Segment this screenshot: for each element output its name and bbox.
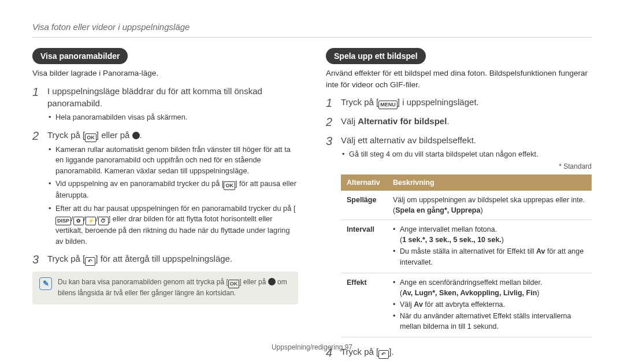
step-text: Välj ett alternativ av bildspelseffekt.	[341, 134, 592, 147]
step-3: 3 Tryck på [↶] för att återgå till uppsp…	[32, 252, 298, 266]
right-column: Spela upp ett bildspel Använd effekter f…	[326, 48, 592, 364]
options-table: AlternativBeskrivning Spelläge Välj om u…	[341, 174, 592, 338]
intro-left: Visa bilder lagrade i Panorama-läge.	[32, 68, 298, 79]
note-text: Du kan bara visa panoramabilden genom at…	[58, 277, 291, 298]
bullet: Gå till steg 4 om du vill starta bildspe…	[341, 149, 592, 160]
bullet: Hela panoramabilden visas på skärmen.	[47, 112, 298, 123]
step-3: 3 Välj ett alternativ av bildspelseffekt…	[326, 134, 592, 337]
step-number: 1	[32, 85, 47, 123]
table-row: Spelläge Välj om uppspelningen av bildsp…	[341, 191, 592, 220]
divider	[32, 37, 592, 38]
bullet: Efter att du har pausat uppspelningen fö…	[47, 203, 298, 247]
back-icon: ↶	[85, 257, 95, 266]
ok-icon: OK	[224, 181, 235, 190]
section-heading-left: Visa panoramabilder	[32, 48, 128, 64]
standard-note: * Standard	[341, 162, 592, 172]
note-icon: ✎	[39, 277, 52, 290]
macro-icon: ✿	[73, 217, 84, 225]
step-number: 2	[326, 115, 341, 128]
columns: Visa panoramabilder Visa bilder lagrade …	[32, 48, 592, 364]
flash-icon: ⚡	[86, 217, 96, 225]
note-box: ✎ Du kan bara visa panoramabilden genom …	[32, 272, 298, 304]
timer-icon: ⏱	[98, 217, 109, 225]
bullet: Vid uppspelning av en panoramabild tryck…	[47, 179, 298, 201]
step-1: 1 Tryck på [MENU] i uppspelningsläget.	[326, 96, 592, 109]
table-row: Intervall Ange intervallet mellan fotona…	[341, 220, 592, 273]
table-header: AlternativBeskrivning	[341, 174, 592, 191]
step-1: 1 I uppspelningsläge bläddrar du för att…	[32, 85, 298, 123]
section-heading-right: Spela upp ett bildspel	[326, 48, 426, 64]
step-text: Välj Alternativ för bildspel.	[341, 115, 592, 128]
page: Visa foton eller videor i uppspelningslä…	[0, 0, 624, 364]
step-number: 1	[326, 96, 341, 109]
shutter-icon	[132, 132, 140, 139]
step-2: 2 Tryck på [OK] eller på . Kameran rulla…	[32, 129, 298, 247]
step-text: I uppspelningsläge bläddrar du för att k…	[47, 85, 298, 110]
steps-left: 1 I uppspelningsläge bläddrar du för att…	[32, 85, 298, 266]
page-footer: Uppspelning/redigering 97	[0, 343, 624, 352]
step-text: Tryck på [OK] eller på .	[47, 129, 298, 142]
step-text: Tryck på [MENU] i uppspelningsläget.	[341, 96, 592, 109]
table-row: Effekt Ange en scenförändringseffekt mel…	[341, 273, 592, 337]
breadcrumb: Visa foton eller videor i uppspelningslä…	[32, 21, 592, 34]
step-number: 3	[32, 252, 47, 266]
shutter-icon	[268, 278, 276, 285]
menu-icon: MENU	[378, 101, 398, 109]
intro-right: Använd effekter för ett bildspel med din…	[326, 68, 592, 90]
step-number: 2	[32, 129, 47, 247]
bullet: Kameran rullar automatiskt genom bilden …	[47, 144, 298, 177]
step-number: 3	[326, 134, 341, 337]
disp-icon: DISP	[55, 217, 71, 225]
ok-icon: OK	[85, 133, 96, 142]
step-2: 2 Välj Alternativ för bildspel.	[326, 115, 592, 128]
ok-icon: OK	[228, 280, 240, 288]
steps-right: 1 Tryck på [MENU] i uppspelningsläget. 2…	[326, 96, 592, 359]
step-text: Tryck på [↶] för att återgå till uppspel…	[47, 252, 298, 266]
left-column: Visa panoramabilder Visa bilder lagrade …	[32, 48, 298, 364]
